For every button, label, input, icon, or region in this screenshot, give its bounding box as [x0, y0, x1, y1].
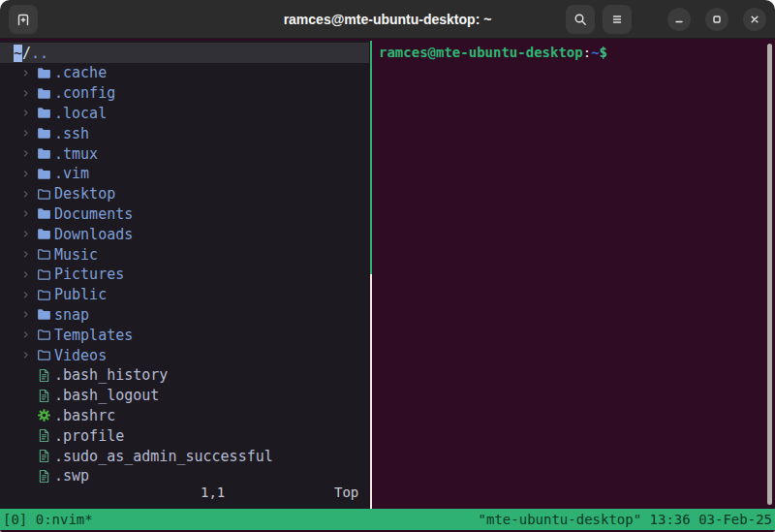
tree-item[interactable]: › .local: [0, 104, 369, 124]
chevron-right-icon[interactable]: ›: [21, 247, 37, 262]
tree-item-label: .swp: [54, 467, 89, 485]
prompt-path: ~: [591, 45, 599, 60]
tree-item-label: .bash_logout: [54, 387, 159, 404]
maximize-icon: [709, 12, 725, 27]
tree-item-label: Documents: [54, 205, 133, 223]
shell-prompt: ramces@mte-ubuntu-desktop:~$: [379, 45, 775, 60]
tree-item[interactable]: › .vim: [0, 164, 369, 184]
minimize-icon: [671, 12, 687, 27]
tree-item-label: .tmux: [54, 145, 98, 163]
tree-item-label: .cache: [54, 64, 107, 81]
tree-item[interactable]: › Music: [0, 244, 369, 265]
folder-outline-icon: [37, 187, 51, 202]
tree-item-iconslot: [37, 247, 54, 262]
tree-item-label: Templates: [54, 327, 133, 344]
tree-item-iconslot: [37, 187, 54, 202]
tree-item-iconslot: [37, 66, 54, 80]
tree-item-label: Music: [54, 246, 98, 264]
chevron-right-icon[interactable]: ›: [21, 106, 37, 120]
folder-outline-icon: [37, 348, 51, 362]
nvim-file-tree-pane[interactable]: ~/.. ›: [0, 41, 369, 509]
tree-item-label: Downloads: [54, 226, 133, 243]
chevron-right-icon[interactable]: ›: [21, 206, 37, 221]
tree-item-label: .sudo_as_admin_successful: [54, 448, 273, 465]
tree-item[interactable]: › .sudo_as_a: [0, 446, 369, 466]
shell-pane[interactable]: ramces@mte-ubuntu-desktop:~$: [373, 41, 775, 509]
chevron-right-icon[interactable]: ›: [21, 146, 37, 161]
tree-item-iconslot: [37, 167, 54, 181]
tree-item[interactable]: › Desktop: [0, 184, 369, 204]
tree-item[interactable]: › .bash_hist: [0, 365, 369, 386]
gear-icon: [37, 408, 51, 422]
chevron-right-icon[interactable]: ›: [21, 187, 37, 202]
tree-item[interactable]: › .tmux: [0, 143, 369, 164]
file-tree: › .cache: [0, 63, 369, 486]
chevron-right-icon[interactable]: ›: [21, 288, 37, 302]
chevron-right-icon[interactable]: ›: [21, 328, 37, 342]
folder-icon: [37, 86, 51, 101]
chevron-right-icon[interactable]: ›: [21, 348, 37, 362]
chevron-right-icon[interactable]: ›: [21, 126, 37, 141]
tree-item-label: snap: [54, 306, 89, 324]
tree-item[interactable]: › .ssh: [0, 123, 369, 143]
tree-item-iconslot: [37, 288, 54, 302]
tree-item[interactable]: › Videos: [0, 345, 369, 365]
search-button[interactable]: [566, 5, 595, 34]
tree-item[interactable]: › .bash_logo: [0, 386, 369, 406]
folder-icon: [37, 167, 51, 181]
tree-item[interactable]: › Downloads: [0, 224, 369, 244]
menu-button[interactable]: [603, 5, 632, 34]
prompt-symbol: $: [600, 45, 607, 60]
tree-item[interactable]: › snap: [0, 305, 369, 326]
folder-outline-icon: [37, 328, 51, 342]
ruler: 1,1 Top: [0, 485, 369, 504]
chevron-right-icon[interactable]: ›: [21, 167, 37, 181]
tree-item[interactable]: › .bashrc: [0, 406, 369, 426]
file-icon: [37, 449, 51, 463]
close-icon: [747, 12, 762, 27]
new-tab-button[interactable]: [9, 5, 38, 34]
scroll-indicator: Top: [334, 485, 358, 500]
tree-item[interactable]: › Templates: [0, 325, 369, 345]
maximize-button[interactable]: [705, 8, 728, 31]
file-icon: [37, 389, 51, 403]
window-controls: [653, 8, 766, 31]
tree-item-iconslot: [37, 469, 54, 484]
tree-item[interactable]: › .profile: [0, 425, 369, 446]
chevron-right-icon[interactable]: ›: [21, 307, 37, 322]
tree-item-label: .local: [54, 105, 107, 122]
prompt-colon: :: [583, 45, 591, 60]
minimize-button[interactable]: [667, 8, 691, 31]
tree-item-label: .ssh: [54, 125, 89, 142]
tree-root-row[interactable]: ~/..: [0, 43, 369, 63]
tree-item-iconslot: [37, 449, 54, 463]
scrollbar-thumb[interactable]: [767, 44, 772, 505]
root-parent-dots: ..: [31, 45, 48, 62]
tree-item[interactable]: › .config: [0, 83, 369, 104]
tree-item-label: .vim: [54, 165, 89, 182]
titlebar-actions: [558, 5, 766, 34]
tree-item-iconslot: [37, 146, 54, 161]
tree-item[interactable]: › Public: [0, 285, 369, 305]
chevron-right-icon[interactable]: ›: [21, 86, 37, 101]
folder-outline-icon: [37, 267, 51, 282]
tree-item-iconslot: [37, 368, 54, 383]
tree-item-label: .bashrc: [54, 407, 115, 424]
chevron-right-icon[interactable]: ›: [21, 66, 37, 80]
tree-item-iconslot: [37, 86, 54, 101]
tree-item-label: Pictures: [54, 266, 124, 283]
close-button[interactable]: [743, 8, 766, 31]
tree-item[interactable]: › .cache: [0, 63, 369, 83]
tree-item-label: .bash_history: [54, 366, 168, 384]
chevron-right-icon[interactable]: ›: [21, 267, 37, 282]
tree-item[interactable]: › Documents: [0, 204, 369, 225]
tree-item[interactable]: › Pictures: [0, 265, 369, 285]
chevron-right-icon[interactable]: ›: [21, 227, 37, 241]
search-icon: [573, 12, 588, 27]
tree-item-label: Desktop: [54, 185, 115, 203]
tree-item-label: Videos: [54, 347, 107, 364]
tree-item[interactable]: › .swp: [0, 466, 369, 486]
titlebar: ramces@mte-ubuntu-desktop: ~: [0, 0, 775, 39]
pane-divider-segment: [370, 274, 372, 509]
tree-item-iconslot: [37, 267, 54, 282]
